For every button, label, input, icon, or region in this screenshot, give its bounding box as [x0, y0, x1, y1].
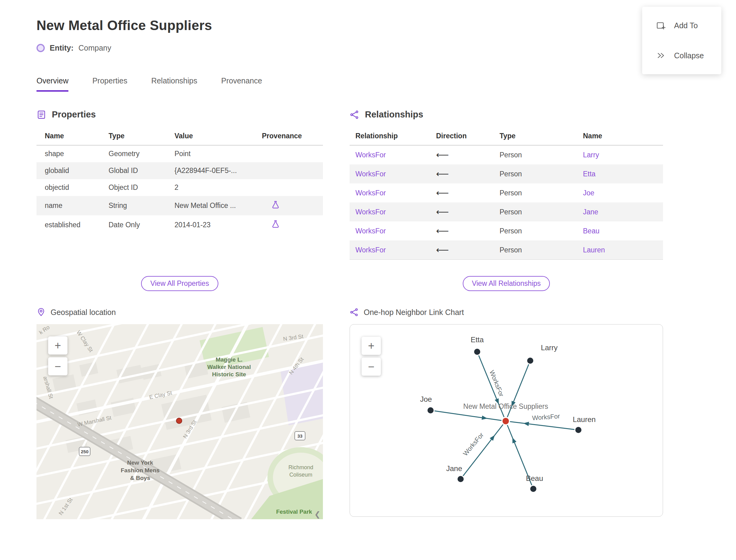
property-value: {A228944F-0EF5-... [171, 162, 259, 179]
link-chart-node[interactable] [458, 476, 464, 482]
properties-header-row: Name Type Value Provenance [36, 127, 323, 145]
link-chart-icon [350, 308, 359, 317]
relationship-link[interactable]: WorksFor [355, 151, 386, 159]
link-chart-header: One-hop Neighbor Link Chart [350, 308, 663, 317]
table-row: shape Geometry Point [36, 145, 323, 163]
view-all-relationships-button[interactable]: View All Relationships [463, 276, 550, 291]
link-chart-node[interactable] [530, 486, 536, 492]
actions-card: Add To Collapse [642, 7, 721, 74]
map-zoom-in-button[interactable]: + [48, 336, 67, 355]
link-chart-arrowhead-icon [523, 421, 529, 426]
related-type: Person [496, 145, 580, 165]
related-type: Person [496, 240, 580, 260]
place-label: Historic Site [212, 371, 246, 378]
route-shield-33: 33 [297, 433, 303, 439]
tab-provenance[interactable]: Provenance [221, 76, 262, 92]
relationships-header-row: Relationship Direction Type Name [350, 127, 663, 145]
col-provenance: Provenance [259, 127, 323, 145]
table-row: WorksFor ⟵ Person Etta [350, 164, 663, 183]
map-attribution-toggle[interactable]: ❮ [314, 510, 320, 519]
direction-arrow: ⟵ [433, 164, 496, 183]
link-chart-node-label: Jane [446, 464, 462, 473]
direction-arrow: ⟵ [433, 221, 496, 240]
double-chevron-right-icon [656, 50, 666, 61]
link-chart-zoom-in-button[interactable]: + [362, 337, 381, 355]
related-entity-link[interactable]: Larry [583, 151, 599, 159]
property-value: 2014-01-23 [171, 215, 259, 235]
related-entity-link[interactable]: Jane [583, 208, 598, 216]
entity-type-icon [36, 44, 45, 52]
add-to-label: Add To [674, 21, 698, 30]
link-chart-edge-label: WorksFor [532, 412, 560, 421]
entity-row: Entity: Company [36, 44, 721, 52]
related-entity-link[interactable]: Beau [583, 227, 600, 235]
add-to-button[interactable]: Add To [642, 10, 721, 40]
collapse-button[interactable]: Collapse [642, 40, 721, 71]
link-chart-center-node[interactable] [503, 418, 509, 424]
geospatial-section: Geospatial location + − [36, 308, 323, 519]
view-all-properties-button[interactable]: View All Properties [141, 276, 218, 291]
property-provenance [259, 162, 323, 179]
property-name: objectid [36, 179, 105, 196]
link-chart-zoom-out-button[interactable]: − [362, 358, 381, 376]
tab-properties[interactable]: Properties [92, 76, 127, 92]
place-label: Walker National [207, 364, 251, 370]
related-entity-link[interactable]: Joe [583, 189, 594, 197]
property-provenance [259, 179, 323, 196]
tab-overview[interactable]: Overview [36, 76, 68, 92]
table-row: WorksFor ⟵ Person Beau [350, 221, 663, 240]
entity-value: Company [79, 44, 111, 52]
relationship-link[interactable]: WorksFor [355, 227, 386, 235]
link-chart-edge-label: WorksFor [462, 431, 485, 457]
properties-section: Properties Name Type Value Provenance sh… [36, 109, 323, 293]
col-value: Value [171, 127, 259, 145]
link-chart-edge [435, 411, 501, 420]
provenance-flask-icon[interactable] [271, 222, 280, 230]
page-title: New Metal Office Suppliers [36, 18, 721, 33]
link-chart-node[interactable] [575, 427, 581, 433]
property-type: Object ID [105, 179, 171, 196]
property-type: Date Only [105, 215, 171, 235]
property-provenance [259, 145, 323, 163]
relationship-link[interactable]: WorksFor [355, 170, 386, 178]
relationship-link[interactable]: WorksFor [355, 208, 386, 216]
relationship-link[interactable]: WorksFor [355, 246, 386, 254]
route-shield-250: 250 [81, 449, 88, 454]
direction-arrow: ⟵ [433, 240, 496, 260]
link-chart-canvas[interactable]: + − WorksForWorksForWorksForEttaLarryJoe… [350, 324, 663, 517]
relationships-section: Relationships Relationship Direction Typ… [350, 109, 663, 293]
place-label: Maggie L. [216, 356, 243, 363]
direction-arrow: ⟵ [433, 145, 496, 165]
relationship-link[interactable]: WorksFor [355, 189, 386, 197]
properties-title: Properties [52, 109, 96, 120]
related-entity-link[interactable]: Etta [583, 170, 596, 178]
map-zoom-out-button[interactable]: − [48, 357, 67, 375]
table-row: WorksFor ⟵ Person Larry [350, 145, 663, 165]
related-entity-link[interactable]: Lauren [583, 246, 605, 254]
link-chart-node[interactable] [474, 349, 480, 355]
map-canvas[interactable]: + − [36, 324, 323, 519]
relationships-title: Relationships [365, 109, 423, 120]
entity-detail-page: Add To Collapse New Metal Office Supplie… [0, 0, 736, 519]
link-chart-node-label: Beau [526, 474, 543, 482]
link-chart-title: One-hop Neighbor Link Chart [364, 308, 464, 317]
tab-bar: Overview Properties Relationships Proven… [36, 76, 721, 92]
link-chart-node[interactable] [527, 358, 533, 364]
link-chart-arrowhead-icon [510, 437, 516, 443]
geospatial-header: Geospatial location [36, 308, 323, 317]
property-value: New Metal Office ... [171, 196, 259, 215]
place-label: Festival Park [276, 508, 312, 515]
link-chart-node-label: Lauren [573, 415, 596, 424]
add-to-icon [656, 20, 666, 31]
tab-relationships[interactable]: Relationships [151, 76, 197, 92]
link-chart-node-label: Larry [541, 343, 558, 352]
provenance-flask-icon[interactable] [271, 203, 280, 211]
map-pin-icon [36, 308, 46, 317]
col-relationship: Relationship [350, 127, 433, 145]
related-type: Person [496, 164, 580, 183]
link-chart-edge-label: WorksFor [488, 369, 505, 398]
link-chart-node[interactable] [427, 407, 434, 413]
property-name: globalid [36, 162, 105, 179]
col-type: Type [105, 127, 171, 145]
table-row: globalid Global ID {A228944F-0EF5-... [36, 162, 323, 179]
